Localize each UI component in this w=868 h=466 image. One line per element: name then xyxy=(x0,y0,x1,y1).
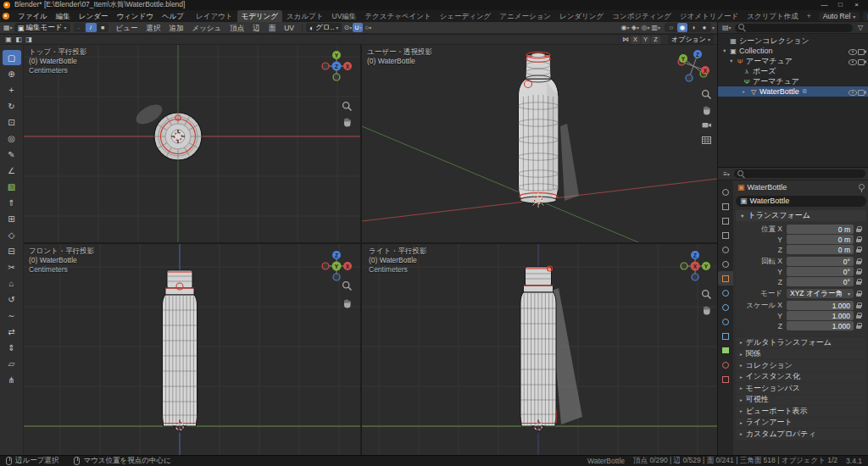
toolbar-tool-button[interactable]: ◎ xyxy=(3,130,21,146)
axis-gizmo[interactable]: Y Z X xyxy=(676,247,714,285)
toolbar-tool-button[interactable]: ⇑ xyxy=(3,195,21,210)
filter-icon[interactable]: ▽ xyxy=(855,23,865,32)
axis-gizmo[interactable]: X Z Y xyxy=(318,247,355,285)
lock-icon[interactable] xyxy=(856,323,862,330)
workspace-tab[interactable]: コンポジティング xyxy=(608,10,676,22)
collapsed-panel-header[interactable]: ▸ 可視性 xyxy=(736,395,866,406)
properties-tab[interactable] xyxy=(718,300,733,314)
workspace-tab[interactable]: シェーディング xyxy=(436,10,496,22)
tool-settings-icon[interactable]: ▣ xyxy=(3,35,14,44)
transform-panel-header[interactable]: ▼ トランスフォーム xyxy=(736,210,866,221)
viewport-menu-item[interactable]: 選択 xyxy=(142,22,164,34)
editor-type-button[interactable]: ≡▾ xyxy=(721,169,732,179)
app-menu-item[interactable]: ヘルプ xyxy=(158,10,188,22)
workspace-tab[interactable]: スカルプト xyxy=(282,10,328,22)
viewport-menu-item[interactable]: ビュー xyxy=(112,22,142,34)
toolbar-tool-button[interactable]: ▧ xyxy=(3,179,21,194)
disable-render-toggle[interactable] xyxy=(857,57,866,65)
workspace-tab[interactable]: テクスチャペイント xyxy=(360,10,435,22)
viewport-menu-item[interactable]: 辺 xyxy=(248,22,264,34)
app-menu-item[interactable]: 編集 xyxy=(52,10,75,22)
shading-mode-button[interactable]: ◉ xyxy=(677,23,687,32)
lock-icon[interactable] xyxy=(856,269,862,275)
value-field[interactable]: 0° ▾ xyxy=(787,267,854,276)
value-field[interactable]: 1.000 ▾ xyxy=(787,311,854,320)
viewport-quadrant-front[interactable]: フロント・平行投影 (0) WaterBottle Centimeters X … xyxy=(24,244,360,455)
properties-tab[interactable] xyxy=(718,228,733,242)
lock-icon[interactable] xyxy=(856,236,862,243)
mirror-axis-button[interactable]: X xyxy=(631,36,640,44)
lock-icon[interactable] xyxy=(856,258,862,265)
toolbar-tool-button[interactable]: + xyxy=(3,82,21,97)
workspace-tab[interactable]: UV編集 xyxy=(328,10,361,22)
outliner-row[interactable]: ▼ ▣ Collection xyxy=(718,46,868,56)
properties-tab[interactable] xyxy=(718,314,733,329)
mirror-axis-button[interactable]: Z xyxy=(651,36,660,44)
collapsed-panel-header[interactable]: ▸ ラインアート xyxy=(736,418,866,429)
camera-view-icon[interactable] xyxy=(701,119,712,130)
value-field[interactable]: 0° ▾ xyxy=(787,257,854,266)
toolbar-tool-button[interactable]: ⋔ xyxy=(3,372,21,387)
toolbar-tool-button[interactable]: ✎ xyxy=(3,147,21,162)
value-field[interactable]: 1.000 ▾ xyxy=(787,321,854,330)
expand-caret[interactable]: ▸ xyxy=(743,89,749,94)
editor-type-button[interactable]: ▦▾ xyxy=(3,23,14,32)
options-dropdown[interactable]: オプション▾ xyxy=(668,35,714,44)
orientation-dropdown[interactable]: ◐グロ..▾ xyxy=(306,23,342,32)
properties-tab[interactable] xyxy=(718,286,733,300)
toolbar-tool-button[interactable]: ↻ xyxy=(3,98,21,114)
hide-viewport-toggle[interactable] xyxy=(848,57,857,65)
editor-type-button[interactable]: ▤▾ xyxy=(721,23,732,32)
pan-hand-icon[interactable] xyxy=(701,104,712,115)
auto-rel-toggle[interactable]: Auto Rel▾ xyxy=(819,12,860,21)
zoom-icon[interactable] xyxy=(701,89,712,100)
toolbar-tool-button[interactable]: ∼ xyxy=(3,308,21,323)
properties-search-input[interactable] xyxy=(734,169,865,178)
properties-tab[interactable] xyxy=(718,199,733,214)
disable-render-toggle[interactable] xyxy=(857,47,866,55)
tool-settings-icon[interactable]: ◧ xyxy=(14,35,24,44)
value-field[interactable]: 0 m ▾ xyxy=(787,225,854,234)
outliner-search-input[interactable] xyxy=(735,24,853,32)
properties-tab[interactable] xyxy=(718,257,733,271)
header-icon-button[interactable]: ◉▾ xyxy=(620,23,630,32)
expand-caret[interactable]: ▼ xyxy=(729,58,736,64)
collapsed-panel-header[interactable]: ▸ ビューポート表示 xyxy=(736,406,866,417)
collapsed-panel-header[interactable]: ▸ モーションパス xyxy=(736,383,866,394)
toolbar-tool-button[interactable]: ◇ xyxy=(3,227,21,242)
expand-caret[interactable]: ▼ xyxy=(722,48,729,53)
workspace-tab[interactable]: スクリプト作成 xyxy=(743,10,803,22)
pan-hand-icon[interactable] xyxy=(342,297,353,308)
zoom-icon[interactable] xyxy=(342,101,353,112)
toolbar-tool-button[interactable]: ⌂ xyxy=(3,275,21,291)
properties-tab[interactable] xyxy=(718,358,733,372)
toolbar-tool-button[interactable]: ⇄ xyxy=(3,324,21,339)
toolbar-tool-button[interactable]: ⊕ xyxy=(3,66,21,81)
select-mode-button[interactable]: / xyxy=(86,23,97,32)
toolbar-tool-button[interactable]: ✂ xyxy=(3,259,21,275)
add-workspace-button[interactable]: + xyxy=(803,12,815,20)
workspace-tab[interactable]: レンダリング xyxy=(555,10,608,22)
properties-tab[interactable] xyxy=(718,214,733,228)
workspace-tab[interactable]: アニメーション xyxy=(495,10,555,22)
pan-hand-icon[interactable] xyxy=(342,116,353,127)
shading-mode-button[interactable]: ● xyxy=(699,23,709,32)
viewport-quadrant-user[interactable]: ユーザー・透視投影 (0) WaterBottle Z X Y xyxy=(362,45,717,242)
header-icon-button[interactable]: ⊙▾ xyxy=(342,23,353,32)
header-icon-button[interactable]: ○▾ xyxy=(363,23,373,32)
lock-icon[interactable] xyxy=(856,226,862,233)
properties-tab[interactable] xyxy=(718,329,733,343)
value-field[interactable]: 0° ▾ xyxy=(787,277,854,286)
properties-tab[interactable] xyxy=(718,271,733,286)
app-menu-item[interactable]: ウィンドウ xyxy=(112,10,158,22)
close-button[interactable]: × xyxy=(849,0,865,10)
select-mode-button[interactable]: ∙ xyxy=(74,23,85,32)
outliner-row[interactable]: ▸ ▽ WaterBottle ⚙ xyxy=(718,86,868,97)
toolbar-tool-button[interactable]: ▱ xyxy=(3,356,21,371)
viewport-menu-item[interactable]: 追加 xyxy=(164,22,187,34)
maximize-button[interactable]: □ xyxy=(832,0,849,10)
header-icon-button[interactable]: ◈▾ xyxy=(630,23,640,32)
value-field[interactable]: 0 m ▾ xyxy=(787,235,854,244)
viewport-quadrant-top[interactable]: トップ・平行投影 (0) WaterBottle Centimeters X Y… xyxy=(24,45,360,242)
axis-gizmo[interactable]: Z X Y xyxy=(675,47,712,85)
